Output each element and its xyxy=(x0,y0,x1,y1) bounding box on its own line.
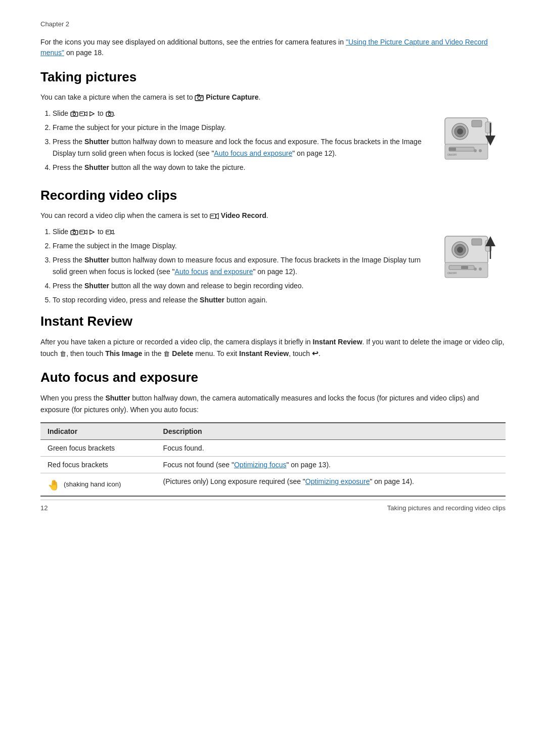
svg-rect-3 xyxy=(201,97,203,98)
svg-point-58 xyxy=(479,268,482,271)
recording-video-title: Recording video clips xyxy=(40,188,506,203)
optimizing-focus-link[interactable]: Optimizing focus xyxy=(234,461,286,469)
svg-point-44 xyxy=(108,232,109,233)
indicator-cell-3: 🤚 (shaking hand icon) xyxy=(40,473,156,496)
taking-pictures-image: ON/OFF xyxy=(440,108,506,183)
svg-point-32 xyxy=(212,215,213,216)
svg-rect-21 xyxy=(445,144,488,159)
intro-text: For the icons you may see displayed on a… xyxy=(40,38,346,46)
indicator-cell-2: Red focus brackets xyxy=(40,456,156,473)
instant-review-bold1: Instant Review xyxy=(313,338,362,346)
taking-step-3: Press the Shutter button halfway down to… xyxy=(53,136,430,160)
auto-focus-section: When you press the Shutter button halfwa… xyxy=(40,392,506,497)
table-header-row: Indicator Description xyxy=(40,423,506,440)
recording-step-1: Slide xyxy=(53,226,430,238)
svg-rect-6 xyxy=(73,111,74,113)
this-image-bold: This Image xyxy=(105,349,142,358)
svg-text:ON/OFF: ON/OFF xyxy=(447,272,457,275)
chapter-label: Chapter 2 xyxy=(40,20,506,28)
video-dest-icon xyxy=(106,229,114,235)
trash-icon-1: 🗑 xyxy=(60,350,66,358)
page-number: 12 xyxy=(40,504,48,512)
taking-step-1: Slide xyxy=(53,108,430,120)
recording-video-content: Slide xyxy=(40,226,506,308)
table-row: Red focus brackets Focus not found (see … xyxy=(40,456,506,473)
auto-focus-title: Auto focus and exposure xyxy=(40,370,506,385)
camera-device-1: ON/OFF xyxy=(440,108,500,181)
svg-point-38 xyxy=(80,232,81,233)
svg-rect-49 xyxy=(472,239,482,245)
taking-pictures-steps: Slide xyxy=(40,108,430,176)
svg-point-10 xyxy=(82,113,83,114)
svg-point-43 xyxy=(107,232,108,233)
recording-step-2: Frame the subject in the Image Display. xyxy=(53,240,430,252)
intro-link-suffix: on page 18. xyxy=(64,49,104,57)
svg-point-9 xyxy=(80,113,81,114)
camera-device-2: ON/OFF xyxy=(440,226,500,299)
trash-icon-2: 🗑 xyxy=(163,350,170,358)
svg-point-31 xyxy=(211,215,212,216)
description-cell-3: (Pictures only) Long exposure required (… xyxy=(156,473,506,496)
instant-review-bold2: Instant Review xyxy=(239,349,289,358)
svg-text:ON/OFF: ON/OFF xyxy=(447,153,457,156)
camera-mode-icon xyxy=(195,94,204,101)
recording-mode-label: Video Record xyxy=(221,211,266,219)
intro-paragraph: For the icons you may see displayed on a… xyxy=(40,37,506,58)
and-exposure-link[interactable]: and exposure xyxy=(210,268,253,276)
svg-point-5 xyxy=(73,113,75,116)
indicator-table: Indicator Description Green focus bracke… xyxy=(40,422,506,497)
svg-rect-19 xyxy=(472,120,482,127)
recording-step-4: Press the Shutter button all the way dow… xyxy=(53,280,430,292)
slide-icons-1 xyxy=(70,111,96,117)
taking-step-2: Frame the subject for your picture in th… xyxy=(53,122,430,134)
auto-focus-link-2[interactable]: Auto focus xyxy=(175,268,208,276)
auto-focus-intro-text: When you press the Shutter button halfwa… xyxy=(40,392,506,415)
svg-marker-37 xyxy=(84,230,87,234)
taking-pictures-mode: Picture Capture xyxy=(206,93,258,101)
video-small-icon xyxy=(79,111,87,117)
recording-video-steps: Slide xyxy=(40,226,430,308)
delete-bold: Delete xyxy=(172,349,193,358)
cam-dest-icon xyxy=(106,111,114,117)
recording-video-intro: You can record a video clip when the cam… xyxy=(40,210,506,221)
indicator-header: Indicator xyxy=(40,423,156,440)
indicator-cell-1: Green focus brackets xyxy=(40,439,156,456)
shutter-bold: Shutter xyxy=(105,394,130,402)
svg-marker-40 xyxy=(90,230,95,235)
svg-rect-53 xyxy=(461,266,468,269)
taking-pictures-list: Slide xyxy=(53,108,430,174)
svg-point-1 xyxy=(198,97,201,100)
taking-pictures-title: Taking pictures xyxy=(40,69,506,85)
optimizing-exposure-link[interactable]: Optimizing exposure xyxy=(305,477,370,485)
taking-pictures-intro: You can take a picture when the camera i… xyxy=(40,92,506,103)
cam-small-icon-2 xyxy=(70,229,78,235)
play-small-icon-2 xyxy=(88,229,96,235)
svg-marker-42 xyxy=(111,230,113,234)
svg-rect-35 xyxy=(73,230,74,231)
svg-marker-11 xyxy=(90,112,95,116)
svg-rect-14 xyxy=(108,111,110,113)
cam-small-icon xyxy=(70,111,78,117)
recording-step-3: Press the Shutter button halfway down to… xyxy=(53,254,430,279)
svg-text:🤚: 🤚 xyxy=(48,479,60,491)
recording-video-image: ON/OFF xyxy=(440,226,506,301)
auto-focus-link-1[interactable]: Auto focus and exposure xyxy=(214,149,292,157)
footer-text: Taking pictures and recording video clip… xyxy=(387,504,506,512)
svg-point-18 xyxy=(457,128,463,135)
table-header: Indicator Description xyxy=(40,423,506,440)
table-row: 🤚 (shaking hand icon) (Pictures only) Lo… xyxy=(40,473,506,496)
footer: 12 Taking pictures and recording video c… xyxy=(40,500,506,512)
play-small-icon xyxy=(88,111,96,117)
svg-point-27 xyxy=(474,149,477,152)
taking-pictures-content: Slide xyxy=(40,108,506,183)
svg-rect-23 xyxy=(449,148,456,151)
svg-point-39 xyxy=(82,232,83,233)
back-icon: ↩ xyxy=(312,349,318,358)
taking-step-4: Press the Shutter button all the way dow… xyxy=(53,162,430,174)
description-cell-2: Focus not found (see "Optimizing focus" … xyxy=(156,456,506,473)
svg-rect-2 xyxy=(198,95,200,96)
instant-review-section: After you have taken a picture or record… xyxy=(40,336,506,360)
recording-step-5: To stop recording video, press and relea… xyxy=(53,294,430,306)
recording-video-list: Slide xyxy=(53,226,430,306)
svg-point-57 xyxy=(474,268,477,271)
